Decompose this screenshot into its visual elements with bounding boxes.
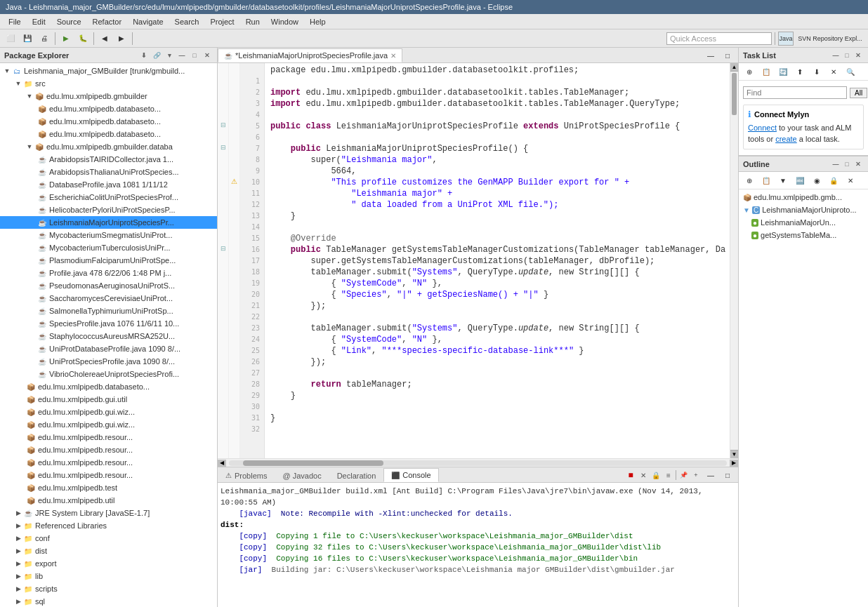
tree-conf[interactable]: ▶ 📁 conf (0, 532, 217, 545)
tree-pkg-databa1[interactable]: 📦 edu.lmu.xmlpipedb.databaseto... (0, 102, 217, 115)
svn-btn[interactable]: SVN Repository Expl... (795, 32, 865, 46)
tree-pkg-resour1[interactable]: 📦 edu.lmu.xmlpipedb.resour... (0, 431, 217, 443)
outline-btn7[interactable]: ✕ (843, 173, 858, 187)
tree-pkg-gui-wiz1[interactable]: 📦 edu.lmu.xmlpipedb.gui.wiz... (0, 406, 217, 418)
outline-btn6[interactable]: 🔒 (826, 173, 841, 187)
conf-toggle[interactable]: ▶ (14, 534, 22, 542)
pin-console-btn[interactable]: 📌 (678, 469, 689, 481)
tree-plasmodium[interactable]: ☕ PlasmodiumFalciparumUniProtSpe... (0, 254, 217, 267)
tree-uniprotspecies[interactable]: ☕ UniProtSpeciesProfile.java 1090 8/... (0, 355, 217, 368)
outline-btn2[interactable]: 📋 (758, 173, 774, 187)
menu-project[interactable]: Project (204, 16, 239, 27)
print-btn[interactable]: 🖨 (37, 32, 52, 46)
tl-btn4[interactable]: ⬆ (792, 65, 808, 79)
tree-pkg-databa3[interactable]: 📦 edu.lmu.xmlpipedb.databaseto... (0, 128, 217, 140)
tree-pkg-resour4[interactable]: 📦 edu.lmu.xmlpipedb.resour... (0, 469, 217, 481)
tree-myco-smeg[interactable]: ☕ MycobacteriumSmegmatisUniProt... (0, 229, 217, 241)
menu-refactor[interactable]: Refactor (87, 16, 128, 27)
tree-pkg-gui-wiz2[interactable]: 📦 edu.lmu.xmlpipedb.gui.wiz... (0, 418, 217, 431)
editor-vscrollbar[interactable]: ▲ ▼ (730, 63, 738, 458)
connect-link[interactable]: Connect (748, 124, 777, 132)
close-panel-btn[interactable]: ✕ (202, 50, 213, 61)
tree-leishmania[interactable]: ☕ LeishmaniaMajorUniprotSpeciesPr... (0, 216, 217, 229)
tree-reflibs[interactable]: ▶ 📁 Referenced Libraries (0, 519, 217, 532)
menu-help[interactable]: Help (304, 16, 331, 27)
tree-lib[interactable]: ▶ 📁 lib (0, 570, 217, 582)
outline-close-btn[interactable]: ✕ (853, 159, 864, 170)
editor-tab-leishmania[interactable]: ☕ *LeishmaniaMajorUniprotSpeciesProfile.… (218, 48, 402, 62)
bottom-tab-javadoc[interactable]: @ Javadoc (275, 468, 329, 482)
tree-dist[interactable]: ▶ 📁 dist (0, 545, 217, 557)
menu-source[interactable]: Source (51, 16, 87, 27)
tl-btn7[interactable]: 🔍 (843, 65, 858, 79)
tree-pkg-gmbuilder-databa[interactable]: ▼ 📦 edu.lmu.xmlpipedb.gmbuilder.databa (0, 140, 217, 153)
quick-access-box[interactable]: Quick Access (666, 32, 772, 45)
tree-salmonella[interactable]: ☕ SalmonellaTyphimuriumUniProtSp... (0, 305, 217, 317)
java-perspective-btn[interactable]: Java (778, 32, 794, 46)
tree-pkg-gmbuilder[interactable]: ▼ 📦 edu.lmu.xmlpipedb.gmbuilder (0, 90, 217, 102)
outline-max-btn[interactable]: □ (841, 159, 853, 170)
bottom-tab-console[interactable]: ⬛ Console (383, 468, 438, 482)
back-btn[interactable]: ◀ (97, 32, 112, 46)
tl-btn2[interactable]: 📋 (758, 65, 774, 79)
vscroll-down[interactable]: ▼ (730, 450, 738, 458)
hscroll-thumb[interactable] (243, 460, 383, 466)
new-console-btn[interactable]: + (690, 469, 702, 481)
new-btn[interactable]: ⬜ (3, 32, 18, 46)
tree-scripts[interactable]: ▶ 📁 scripts (0, 582, 217, 595)
tree-pkg-resour2[interactable]: 📦 edu.lmu.xmlpipedb.resour... (0, 443, 217, 456)
hscroll-right[interactable]: ▶ (730, 460, 738, 467)
outline-pkg[interactable]: 📦 edu.lmu.xmlpipedb.gmb... (740, 191, 867, 204)
outline-btn5[interactable]: ◉ (809, 173, 824, 187)
save-btn[interactable]: 💾 (20, 32, 35, 46)
create-link[interactable]: create (775, 135, 797, 143)
menu-run[interactable]: Run (240, 16, 265, 27)
view-menu-btn[interactable]: ▾ (164, 50, 175, 61)
fold-constructor[interactable]: ⊟ (218, 142, 228, 153)
outline-btn1[interactable]: ⊕ (742, 173, 757, 187)
tl-btn6[interactable]: ✕ (826, 65, 841, 79)
gmbuilder-toggle[interactable]: ▼ (25, 92, 34, 100)
outline-btn4[interactable]: 🔤 (792, 173, 808, 187)
package-explorer-tree[interactable]: ▼ 🗂 Leishmania_major_GMBuilder [trunk/gm… (0, 63, 217, 607)
editor-min-btn[interactable]: — (703, 48, 718, 62)
tree-profile[interactable]: ☕ Profile.java 478 6/22/06 1:48 PM j... (0, 267, 217, 279)
vscroll-up[interactable]: ▲ (730, 63, 738, 72)
editor-max-btn[interactable]: □ (720, 48, 735, 62)
menu-edit[interactable]: Edit (27, 16, 51, 27)
console-max-btn[interactable]: □ (720, 468, 735, 482)
tree-pkg-databa2[interactable]: 📦 edu.lmu.xmlpipedb.databaseto... (0, 115, 217, 128)
outline-class[interactable]: ▼ C LeishmaniaMajorUniproto... (740, 204, 867, 216)
tree-export[interactable]: ▶ 📁 export (0, 557, 217, 570)
gmbuilder-databa-toggle[interactable]: ▼ (25, 142, 34, 151)
tree-sql[interactable]: ▶ 📁 sql (0, 595, 217, 607)
menu-search[interactable]: Search (169, 16, 205, 27)
menu-file[interactable]: File (3, 16, 27, 27)
sql-toggle[interactable]: ▶ (14, 597, 22, 606)
task-list-close-btn[interactable]: ✕ (853, 50, 864, 61)
tree-uniprotdb[interactable]: ☕ UniProtDatabaseProfile.java 1090 8/... (0, 342, 217, 355)
tree-species-profile[interactable]: ☕ SpeciesProfile.java 1076 11/6/11 10... (0, 317, 217, 330)
stop-console-btn[interactable]: ■ (625, 469, 636, 481)
outline-method[interactable]: ● getSystemsTableMa... (740, 229, 867, 241)
tree-pkg-gui-util[interactable]: 📦 edu.lmu.xmlpipedb.gui.util (0, 393, 217, 406)
tree-jre[interactable]: ▶ ☕ JRE System Library [JavaSE-1.7] (0, 507, 217, 519)
outline-btn3[interactable]: ▼ (775, 173, 791, 187)
tab-close-btn[interactable]: ✕ (390, 52, 396, 60)
tree-saccharomyces[interactable]: ☕ SaccharomycesCerevisiaeUniProt... (0, 292, 217, 305)
tl-btn1[interactable]: ⊕ (742, 65, 757, 79)
hscroll-left[interactable]: ◀ (218, 460, 226, 467)
tree-arabidopsis-thaliana[interactable]: ☕ ArabidopsisThalianaUniProtSpecies... (0, 166, 217, 178)
tree-pseudomonas[interactable]: ☕ PseudomonasAeruginosaUniProtS... (0, 279, 217, 292)
scripts-toggle[interactable]: ▶ (14, 585, 22, 593)
tl-btn3[interactable]: 🔄 (775, 65, 791, 79)
bottom-tab-declaration[interactable]: Declaration (329, 468, 384, 482)
tree-myco-tb[interactable]: ☕ MycobacteriumTuberculosisUniPr... (0, 241, 217, 254)
tree-arabidopsis-tair[interactable]: ☕ ArabidopsisTAIRIDCollector.java 1... (0, 153, 217, 166)
task-all-btn[interactable]: All (850, 88, 867, 98)
console-min-btn[interactable]: — (703, 468, 718, 482)
bottom-tab-problems[interactable]: ⚠ Problems (218, 468, 275, 482)
fold-method[interactable]: ⊟ (218, 243, 228, 254)
tree-item-root[interactable]: ▼ 🗂 Leishmania_major_GMBuilder [trunk/gm… (0, 65, 217, 77)
task-list-min-btn[interactable]: — (830, 50, 841, 61)
